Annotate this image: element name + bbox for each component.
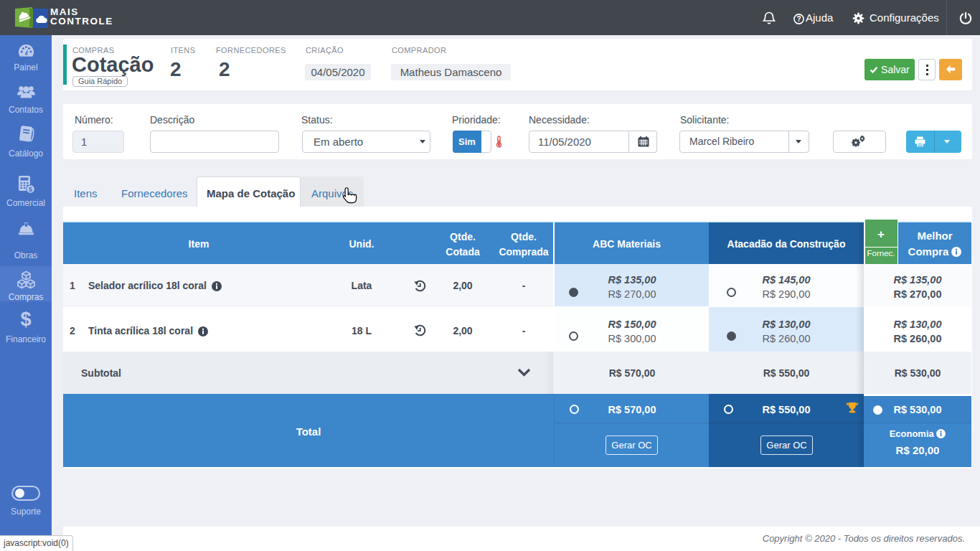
svg-text:$: $: [29, 185, 33, 193]
svg-text:?: ?: [796, 15, 801, 23]
